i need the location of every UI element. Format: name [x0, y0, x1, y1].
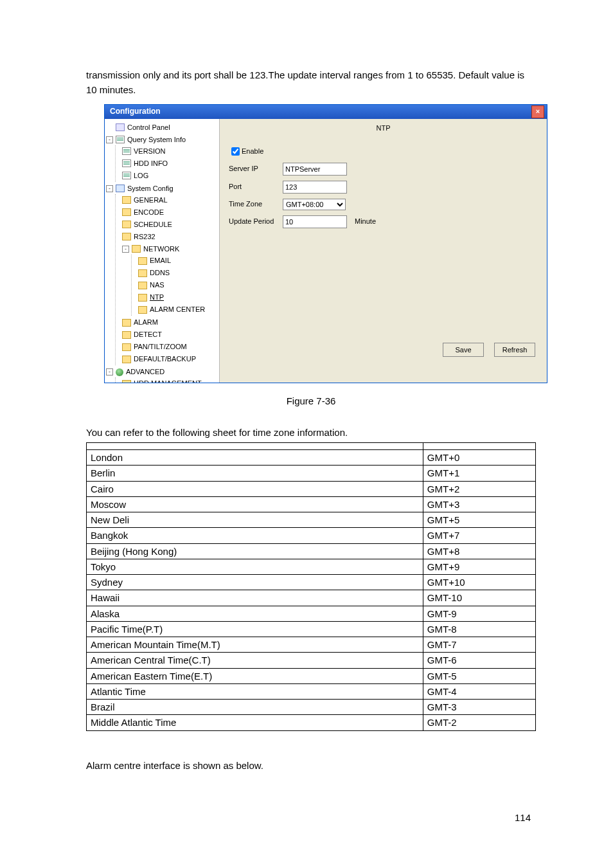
tree-ntp[interactable]: NTP: [138, 292, 218, 303]
tree-detect[interactable]: DETECT: [122, 329, 218, 340]
table-row: Middle Atlantic TimeGMT-2: [87, 715, 536, 730]
panel-icon: [116, 123, 125, 131]
tz-city-cell: Cairo: [87, 481, 423, 496]
panel-title: NTP: [220, 119, 547, 134]
save-button[interactable]: Save: [443, 343, 484, 357]
folder-icon: [138, 282, 147, 289]
collapse-icon[interactable]: -: [106, 368, 113, 375]
window-title: Configuration: [110, 105, 161, 118]
table-row: CairoGMT+2: [87, 481, 536, 496]
tz-offset-cell: GMT-6: [423, 653, 535, 668]
intro-text: transmission only and its port shall be …: [86, 68, 536, 98]
doc-icon: [116, 136, 125, 143]
system-icon: [116, 185, 125, 192]
server-ip-label: Server IP: [229, 163, 283, 174]
table-row: Beijing (Hong Kong)GMT+8: [87, 543, 536, 559]
folder-icon: [122, 380, 131, 383]
update-period-label: Update Period: [229, 216, 283, 227]
folder-icon: [138, 269, 147, 277]
tree-rs232[interactable]: RS232: [122, 231, 218, 242]
doc-icon: [122, 147, 131, 155]
globe-icon: [116, 368, 123, 376]
collapse-icon[interactable]: -: [122, 246, 129, 253]
tz-city-cell: American Mountain Time(M.T): [87, 637, 423, 653]
collapse-icon[interactable]: -: [106, 136, 113, 143]
doc-icon: [122, 159, 131, 167]
tree-nas[interactable]: NAS: [138, 280, 218, 291]
tree-log[interactable]: LOG: [122, 170, 218, 181]
tree-advanced[interactable]: -ADVANCED: [106, 366, 218, 377]
table-header-row: [87, 443, 536, 450]
tz-city-cell: American Eastern Time(E.T): [87, 668, 423, 683]
tz-city-cell: Berlin: [87, 466, 423, 481]
enable-label: Enable: [242, 146, 263, 157]
folder-icon: [138, 306, 147, 314]
tree-alarm-center[interactable]: ALARM CENTER: [138, 304, 218, 315]
folder-icon: [122, 221, 131, 228]
tree-ddns[interactable]: DDNS: [138, 267, 218, 278]
server-ip-input[interactable]: [283, 163, 347, 176]
table-row: HawaiiGMT-10: [87, 590, 536, 606]
tree-email[interactable]: EMAIL: [138, 255, 218, 266]
tz-offset-cell: GMT-10: [423, 590, 535, 606]
tz-intro-text: You can refer to the following sheet for…: [86, 425, 536, 440]
folder-icon: [122, 343, 131, 351]
configuration-window: Configuration × Control Panel -Query Sys…: [104, 104, 547, 383]
tz-city-cell: London: [87, 450, 423, 466]
tz-city-cell: Atlantic Time: [87, 683, 423, 699]
tree-hdd-mgmt[interactable]: HDD MANAGEMENT: [122, 378, 218, 382]
tz-offset-cell: GMT-9: [423, 606, 535, 621]
tree-control-panel[interactable]: Control Panel: [106, 122, 218, 133]
tz-offset-cell: GMT-8: [423, 621, 535, 637]
tz-offset-cell: GMT+10: [423, 575, 535, 590]
tree-ptz[interactable]: PAN/TILT/ZOOM: [122, 341, 218, 352]
table-row: American Eastern Time(E.T)GMT-5: [87, 668, 536, 683]
tree-alarm[interactable]: ALARM: [122, 317, 218, 328]
table-row: New DeliGMT+5: [87, 512, 536, 528]
close-icon[interactable]: ×: [531, 105, 544, 118]
tree-network[interactable]: -NETWORK: [122, 244, 218, 255]
tree-schedule[interactable]: SCHEDULE: [122, 219, 218, 230]
update-period-input[interactable]: [283, 215, 347, 228]
tz-offset-cell: GMT+9: [423, 559, 535, 574]
tz-city-cell: Beijing (Hong Kong): [87, 543, 423, 559]
tree-general[interactable]: GENERAL: [122, 195, 218, 206]
th-offset: [423, 443, 535, 450]
folder-icon: [138, 294, 147, 302]
timezone-table: LondonGMT+0BerlinGMT+1CairoGMT+2MoscowGM…: [86, 442, 536, 731]
main-panel: NTP Enable Server IP Port T: [220, 119, 547, 383]
tree-default-backup[interactable]: DEFAULT/BACKUP: [122, 354, 218, 365]
tz-offset-cell: GMT-7: [423, 637, 535, 653]
tz-city-cell: Alaska: [87, 606, 423, 621]
tz-offset-cell: GMT+2: [423, 481, 535, 496]
tz-offset-cell: GMT-2: [423, 715, 535, 730]
tz-city-cell: Bangkok: [87, 528, 423, 543]
folder-icon: [122, 356, 131, 363]
table-row: TokyoGMT+9: [87, 559, 536, 574]
tree-version[interactable]: VERSION: [122, 146, 218, 157]
tz-offset-cell: GMT+1: [423, 466, 535, 481]
tree-hdd-info[interactable]: HDD INFO: [122, 158, 218, 169]
collapse-icon[interactable]: -: [106, 185, 113, 192]
tree-encode[interactable]: ENCODE: [122, 207, 218, 218]
table-row: American Central Time(C.T)GMT-6: [87, 653, 536, 668]
enable-checkbox[interactable]: [231, 147, 240, 156]
refresh-button[interactable]: Refresh: [494, 343, 535, 357]
tz-city-cell: New Deli: [87, 512, 423, 528]
titlebar: Configuration ×: [105, 105, 547, 119]
port-label: Port: [229, 181, 283, 192]
tree-query-system-info[interactable]: -Query System Info: [106, 134, 218, 145]
figure-caption: Figure 7-36: [86, 393, 536, 408]
tz-offset-cell: GMT+3: [423, 496, 535, 512]
table-row: MoscowGMT+3: [87, 496, 536, 512]
tz-city-cell: Tokyo: [87, 559, 423, 574]
tz-select[interactable]: GMT+08:00: [283, 199, 346, 210]
table-row: BangkokGMT+7: [87, 528, 536, 543]
table-row: Pacific Time(P.T)GMT-8: [87, 621, 536, 637]
tree-system-config[interactable]: -System Config: [106, 183, 218, 194]
tz-city-cell: Moscow: [87, 496, 423, 512]
tz-city-cell: Middle Atlantic Time: [87, 715, 423, 730]
tz-city-cell: American Central Time(C.T): [87, 653, 423, 668]
folder-icon: [122, 233, 131, 240]
port-input[interactable]: [283, 181, 347, 194]
